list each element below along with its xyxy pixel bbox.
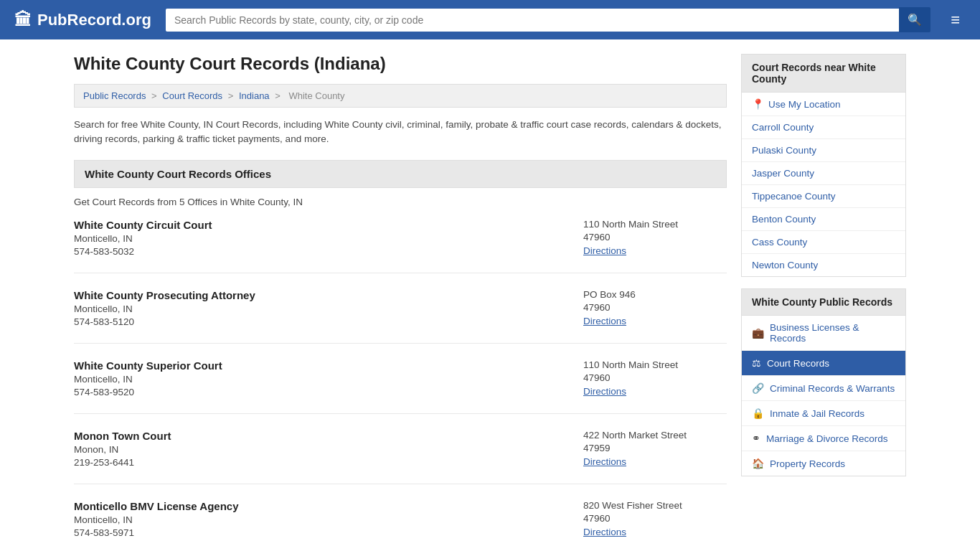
office-entry: White County Circuit Court Monticello, I… bbox=[74, 219, 727, 273]
nearby-county-item[interactable]: Benton County bbox=[742, 208, 905, 231]
office-zip: 47959 bbox=[583, 443, 727, 453]
record-icon: 🏠 bbox=[752, 458, 764, 469]
breadcrumb-court-records[interactable]: Court Records bbox=[162, 90, 222, 101]
office-name: White County Circuit Court bbox=[74, 219, 569, 231]
location-icon: 📍 bbox=[752, 98, 764, 110]
use-my-location-link[interactable]: Use My Location bbox=[768, 99, 841, 110]
nearby-county-link[interactable]: Tippecanoe County bbox=[752, 191, 836, 202]
office-zip: 47960 bbox=[583, 372, 727, 383]
nearby-county-item[interactable]: Cass County bbox=[742, 231, 905, 254]
office-phone: 574-583-5032 bbox=[74, 246, 569, 257]
breadcrumb-white-county: White County bbox=[288, 90, 344, 101]
office-address: 110 North Main Street bbox=[583, 359, 727, 370]
office-address: 820 West Fisher Street bbox=[583, 500, 727, 511]
site-header: 🏛 PubRecord.org 🔍 ≡ bbox=[0, 0, 980, 39]
public-record-item[interactable]: 🏠Property Records bbox=[742, 451, 905, 476]
sidebar: Court Records near White County 📍 Use My… bbox=[741, 54, 906, 551]
public-records-list: 💼Business Licenses & Records⚖Court Recor… bbox=[741, 316, 906, 476]
office-entry: White County Superior Court Monticello, … bbox=[74, 359, 727, 414]
office-name: White County Prosecuting Attorney bbox=[74, 289, 569, 301]
office-entry: Monticello BMV License Agency Monticello… bbox=[74, 500, 727, 552]
search-area: 🔍 bbox=[166, 7, 930, 32]
record-icon: ⚖ bbox=[752, 357, 761, 369]
nearby-county-item[interactable]: Jasper County bbox=[742, 162, 905, 185]
directions-link[interactable]: Directions bbox=[583, 245, 626, 256]
record-link[interactable]: Business Licenses & Records bbox=[770, 322, 895, 344]
nearby-county-item[interactable]: Newton County bbox=[742, 254, 905, 276]
search-button[interactable]: 🔍 bbox=[899, 7, 930, 32]
office-phone: 219-253-6441 bbox=[74, 457, 569, 468]
directions-link[interactable]: Directions bbox=[583, 456, 626, 467]
office-city: Monticello, IN bbox=[74, 374, 569, 385]
directions-link[interactable]: Directions bbox=[583, 527, 626, 537]
page-description: Search for free White County, IN Court R… bbox=[74, 118, 727, 147]
record-icon: 🔗 bbox=[752, 382, 764, 394]
office-address: 110 North Main Street bbox=[583, 219, 727, 230]
offices-count: Get Court Records from 5 Offices in Whit… bbox=[74, 197, 727, 207]
logo-icon: 🏛 bbox=[14, 10, 32, 30]
nearby-county-link[interactable]: Benton County bbox=[752, 214, 816, 225]
record-link[interactable]: Inmate & Jail Records bbox=[770, 408, 864, 419]
public-records-section: White County Public Records 💼Business Li… bbox=[741, 288, 906, 476]
breadcrumb-sep-2: > bbox=[228, 90, 236, 101]
office-name: Monon Town Court bbox=[74, 430, 569, 442]
logo[interactable]: 🏛 PubRecord.org bbox=[14, 10, 151, 30]
offices-list: White County Circuit Court Monticello, I… bbox=[74, 219, 727, 552]
public-record-item[interactable]: ⚖Court Records bbox=[742, 351, 905, 376]
public-record-item[interactable]: ⚭Marriage & Divorce Records bbox=[742, 426, 905, 451]
office-city: Monon, IN bbox=[74, 444, 569, 455]
office-name: Monticello BMV License Agency bbox=[74, 500, 569, 512]
nearby-header: Court Records near White County bbox=[741, 54, 906, 93]
nearby-county-link[interactable]: Carroll County bbox=[752, 122, 814, 133]
office-name: White County Superior Court bbox=[74, 359, 569, 372]
nearby-county-item[interactable]: Tippecanoe County bbox=[742, 185, 905, 208]
directions-link[interactable]: Directions bbox=[583, 386, 626, 397]
search-icon: 🔍 bbox=[908, 14, 922, 26]
office-zip: 47960 bbox=[583, 232, 727, 242]
public-record-item[interactable]: 🔒Inmate & Jail Records bbox=[742, 401, 905, 426]
offices-section-header: White County Court Records Offices bbox=[74, 160, 727, 188]
nearby-list: 📍 Use My Location Carroll CountyPulaski … bbox=[741, 93, 906, 277]
record-icon: ⚭ bbox=[752, 433, 760, 444]
office-phone: 574-583-9520 bbox=[74, 387, 569, 397]
office-city: Monticello, IN bbox=[74, 514, 569, 525]
breadcrumb-sep-1: > bbox=[151, 90, 159, 101]
use-my-location-item[interactable]: 📍 Use My Location bbox=[742, 93, 905, 116]
menu-icon: ≡ bbox=[951, 11, 960, 29]
public-records-header: White County Public Records bbox=[741, 288, 906, 316]
office-address: PO Box 946 bbox=[583, 289, 727, 300]
record-icon: 💼 bbox=[752, 327, 764, 339]
record-link[interactable]: Marriage & Divorce Records bbox=[766, 433, 888, 444]
logo-text: PubRecord.org bbox=[37, 11, 151, 29]
record-icon: 🔒 bbox=[752, 408, 764, 419]
record-label: Court Records bbox=[767, 358, 829, 369]
office-entry: Monon Town Court Monon, IN 219-253-6441 … bbox=[74, 430, 727, 484]
nearby-section: Court Records near White County 📍 Use My… bbox=[741, 54, 906, 277]
directions-link[interactable]: Directions bbox=[583, 316, 626, 326]
office-city: Monticello, IN bbox=[74, 303, 569, 314]
main-container: White County Court Records (Indiana) Pub… bbox=[60, 39, 920, 551]
breadcrumb-public-records[interactable]: Public Records bbox=[83, 90, 146, 101]
public-record-item[interactable]: 💼Business Licenses & Records bbox=[742, 316, 905, 351]
nearby-county-link[interactable]: Cass County bbox=[752, 237, 807, 248]
breadcrumb: Public Records > Court Records > Indiana… bbox=[74, 84, 727, 108]
nearby-county-link[interactable]: Jasper County bbox=[752, 168, 814, 179]
nearby-county-link[interactable]: Newton County bbox=[752, 260, 818, 270]
page-title: White County Court Records (Indiana) bbox=[74, 54, 727, 74]
office-address: 422 North Market Street bbox=[583, 430, 727, 441]
office-zip: 47960 bbox=[583, 513, 727, 524]
record-link[interactable]: Criminal Records & Warrants bbox=[770, 383, 895, 394]
nearby-county-link[interactable]: Pulaski County bbox=[752, 145, 816, 156]
nearby-county-item[interactable]: Carroll County bbox=[742, 116, 905, 139]
search-input[interactable] bbox=[166, 9, 899, 32]
office-entry: White County Prosecuting Attorney Montic… bbox=[74, 289, 727, 344]
office-phone: 574-583-5120 bbox=[74, 316, 569, 327]
breadcrumb-indiana[interactable]: Indiana bbox=[239, 90, 270, 101]
record-link[interactable]: Property Records bbox=[770, 458, 845, 469]
nearby-county-item[interactable]: Pulaski County bbox=[742, 139, 905, 162]
breadcrumb-sep-3: > bbox=[275, 90, 283, 101]
office-zip: 47960 bbox=[583, 302, 727, 313]
menu-button[interactable]: ≡ bbox=[945, 8, 966, 32]
office-phone: 574-583-5971 bbox=[74, 527, 569, 538]
public-record-item[interactable]: 🔗Criminal Records & Warrants bbox=[742, 376, 905, 401]
